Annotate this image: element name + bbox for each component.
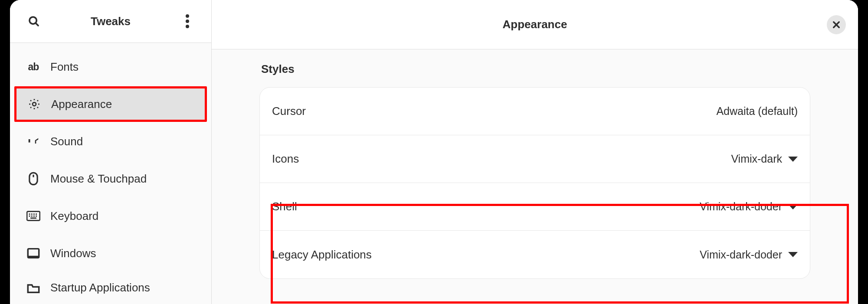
sidebar: Tweaks ab Fonts Appearance Sound [10, 0, 212, 304]
svg-rect-14 [29, 216, 30, 217]
sidebar-item-windows[interactable]: Windows [14, 235, 207, 271]
sound-icon [26, 134, 41, 149]
search-button[interactable] [23, 10, 45, 32]
svg-rect-12 [33, 213, 35, 215]
window-icon [26, 246, 41, 261]
styles-card: Cursor Adwaita (default) Icons Vimix-dar… [259, 87, 810, 279]
sidebar-item-fonts[interactable]: ab Fonts [14, 49, 207, 85]
gear-icon [27, 97, 42, 111]
row-label: Icons [272, 152, 299, 166]
folder-icon [26, 281, 41, 296]
sidebar-list: ab Fonts Appearance Sound Mouse & To [10, 43, 211, 304]
row-label: Legacy Applications [272, 248, 372, 262]
svg-rect-7 [29, 173, 37, 184]
svg-rect-17 [36, 216, 37, 217]
sidebar-item-label: Sound [50, 135, 83, 148]
row-label: Shell [272, 200, 297, 213]
row-value-text: Vimix-dark-doder [700, 248, 782, 261]
svg-rect-15 [31, 216, 33, 217]
sidebar-item-appearance[interactable]: Appearance [14, 86, 207, 122]
menu-button[interactable] [177, 10, 198, 32]
sidebar-item-sound[interactable]: Sound [14, 124, 207, 159]
sidebar-item-label: Fonts [50, 60, 79, 74]
row-value: Adwaita (default) [716, 105, 798, 118]
more-vertical-icon [186, 14, 189, 28]
chevron-down-icon [788, 157, 798, 162]
row-value-dropdown[interactable]: Vimix-dark-doder [700, 200, 798, 213]
sidebar-item-keyboard[interactable]: Keyboard [14, 198, 207, 234]
sidebar-item-label: Mouse & Touchpad [50, 172, 147, 186]
svg-rect-6 [29, 139, 30, 143]
page-title: Appearance [503, 18, 567, 31]
main-panel: Appearance Styles Cursor Adwaita (defaul… [212, 0, 858, 304]
svg-point-2 [186, 14, 189, 18]
sidebar-item-label: Appearance [51, 98, 112, 111]
row-value-text: Adwaita (default) [716, 105, 798, 118]
row-value-dropdown[interactable]: Vimix-dark-doder [700, 248, 798, 261]
keyboard-icon [26, 209, 41, 223]
svg-line-1 [36, 23, 38, 26]
svg-rect-13 [36, 213, 37, 215]
close-icon [832, 20, 841, 29]
svg-point-5 [33, 102, 36, 106]
svg-rect-11 [31, 213, 33, 215]
svg-rect-10 [29, 213, 30, 215]
row-icons[interactable]: Icons Vimix-dark [260, 135, 810, 183]
sidebar-header: Tweaks [10, 0, 211, 43]
close-button[interactable] [827, 15, 846, 34]
svg-rect-18 [30, 217, 36, 219]
main-header: Appearance [212, 0, 858, 49]
font-icon: ab [26, 59, 41, 74]
row-value-text: Vimix-dark-doder [700, 200, 782, 213]
mouse-icon [26, 171, 41, 186]
sidebar-item-label: Keyboard [50, 209, 98, 223]
sidebar-item-label: Startup Applications [50, 281, 150, 294]
row-label: Cursor [272, 105, 306, 118]
svg-point-3 [186, 20, 189, 23]
chevron-down-icon [788, 204, 798, 209]
row-value-dropdown[interactable]: Vimix-dark [731, 153, 798, 165]
sidebar-item-startup-applications[interactable]: Startup Applications [14, 273, 207, 298]
svg-point-4 [186, 25, 189, 28]
content-area: Styles Cursor Adwaita (default) Icons Vi… [212, 49, 858, 292]
section-heading-styles: Styles [261, 62, 810, 76]
sidebar-item-label: Windows [50, 247, 96, 260]
chevron-down-icon [788, 252, 798, 257]
app-window: Tweaks ab Fonts Appearance Sound [10, 0, 858, 304]
row-shell[interactable]: Shell Vimix-dark-doder [260, 183, 810, 231]
row-cursor[interactable]: Cursor Adwaita (default) [260, 88, 810, 135]
search-icon [27, 15, 40, 28]
row-legacy-applications[interactable]: Legacy Applications Vimix-dark-doder [260, 231, 810, 278]
row-value-text: Vimix-dark [731, 153, 782, 165]
sidebar-item-mouse-touchpad[interactable]: Mouse & Touchpad [14, 161, 207, 196]
svg-rect-16 [33, 216, 35, 217]
